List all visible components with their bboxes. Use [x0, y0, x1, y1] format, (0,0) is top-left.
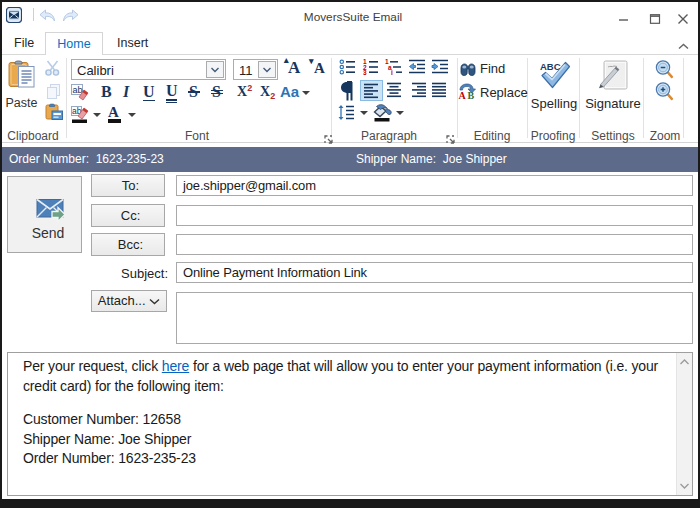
svg-text:ABC: ABC	[540, 61, 561, 72]
svg-text:A: A	[459, 90, 467, 100]
svg-text:3: 3	[363, 69, 367, 75]
svg-text:i: i	[391, 69, 393, 75]
svg-text:B: B	[468, 90, 475, 100]
svg-text:ab: ab	[73, 85, 83, 95]
